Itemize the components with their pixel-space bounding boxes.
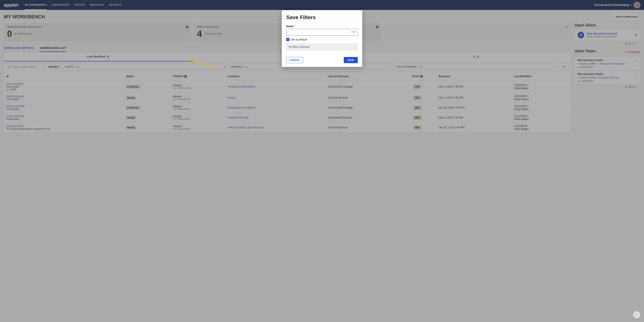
- name-label: Name *: [286, 25, 358, 28]
- save-button[interactable]: SAVE: [344, 57, 358, 63]
- modal-title: Save Filters: [286, 15, 358, 21]
- modal-scrim[interactable]: Save Filters Name * 0/50 ✓ Set as defaul…: [0, 0, 644, 136]
- set-default-label: Set as default: [291, 38, 307, 41]
- checkbox-checked-icon[interactable]: ✓: [286, 38, 290, 41]
- set-default-row[interactable]: ✓ Set as default: [286, 38, 358, 41]
- selected-filters-box: No filters selected: [286, 43, 358, 51]
- name-input[interactable]: [286, 29, 358, 36]
- char-count: 0/50: [351, 30, 356, 33]
- save-filters-modal: Save Filters Name * 0/50 ✓ Set as defaul…: [282, 10, 362, 67]
- required-mark: *: [294, 25, 295, 28]
- cancel-button[interactable]: CANCEL: [286, 57, 303, 63]
